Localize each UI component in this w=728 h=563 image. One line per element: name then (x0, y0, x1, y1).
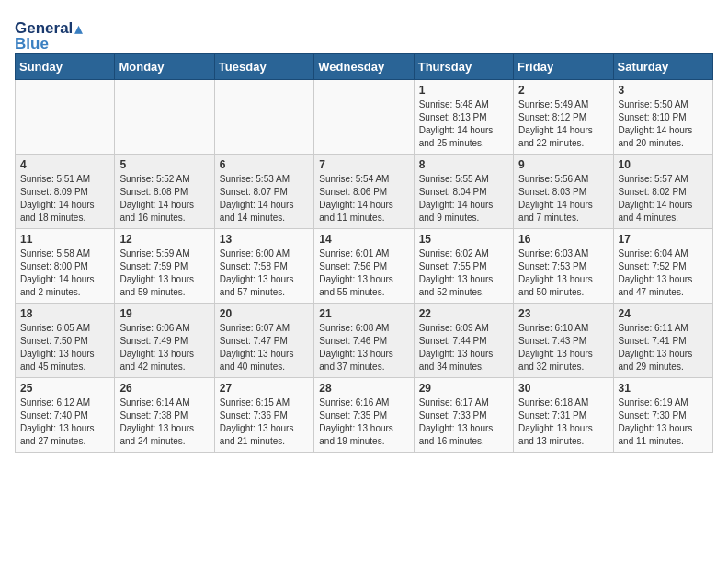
day-number: 14 (319, 233, 408, 246)
day-number: 10 (619, 158, 708, 171)
day-info: Sunrise: 6:18 AM Sunset: 7:31 PM Dayligh… (518, 396, 608, 448)
day-info: Sunrise: 6:03 AM Sunset: 7:53 PM Dayligh… (518, 247, 608, 299)
calendar-cell-1-3 (214, 80, 313, 155)
day-info: Sunrise: 5:57 AM Sunset: 8:02 PM Dayligh… (619, 173, 708, 224)
weekday-header-tuesday: Tuesday (214, 54, 313, 80)
day-number: 8 (419, 158, 508, 171)
weekday-header-wednesday: Wednesday (314, 54, 414, 80)
day-info: Sunrise: 6:11 AM Sunset: 7:41 PM Dayligh… (619, 322, 708, 373)
calendar-cell-4-5: 22Sunrise: 6:09 AM Sunset: 7:44 PM Dayli… (414, 304, 513, 378)
calendar-cell-5-3: 27Sunrise: 6:15 AM Sunset: 7:36 PM Dayli… (214, 378, 313, 453)
calendar-cell-3-6: 16Sunrise: 6:03 AM Sunset: 7:53 PM Dayli… (514, 229, 613, 304)
day-info: Sunrise: 5:56 AM Sunset: 8:03 PM Dayligh… (518, 173, 608, 224)
calendar-cell-3-1: 11Sunrise: 5:58 AM Sunset: 8:00 PM Dayli… (16, 229, 115, 304)
calendar-cell-4-1: 18Sunrise: 6:05 AM Sunset: 7:50 PM Dayli… (16, 304, 115, 378)
day-number: 18 (20, 307, 109, 320)
calendar-cell-2-4: 7Sunrise: 5:54 AM Sunset: 8:06 PM Daylig… (314, 155, 414, 229)
calendar-table: SundayMondayTuesdayWednesdayThursdayFrid… (15, 53, 713, 453)
day-info: Sunrise: 6:19 AM Sunset: 7:30 PM Dayligh… (619, 396, 708, 448)
week-row-4: 18Sunrise: 6:05 AM Sunset: 7:50 PM Dayli… (16, 304, 713, 378)
calendar-cell-5-7: 31Sunrise: 6:19 AM Sunset: 7:30 PM Dayli… (613, 378, 712, 453)
day-number: 17 (619, 233, 708, 246)
logo-bird-icon: ▴ (74, 18, 83, 39)
day-number: 9 (518, 158, 608, 171)
calendar-cell-5-1: 25Sunrise: 6:12 AM Sunset: 7:40 PM Dayli… (16, 378, 115, 453)
day-number: 1 (419, 84, 508, 97)
day-number: 23 (518, 307, 608, 320)
day-info: Sunrise: 6:05 AM Sunset: 7:50 PM Dayligh… (20, 322, 109, 373)
week-row-2: 4Sunrise: 5:51 AM Sunset: 8:09 PM Daylig… (16, 155, 713, 229)
calendar-cell-2-1: 4Sunrise: 5:51 AM Sunset: 8:09 PM Daylig… (16, 155, 115, 229)
calendar-cell-2-5: 8Sunrise: 5:55 AM Sunset: 8:04 PM Daylig… (414, 155, 513, 229)
day-number: 6 (220, 158, 309, 171)
day-number: 31 (619, 382, 708, 395)
day-number: 25 (20, 382, 109, 395)
day-number: 28 (319, 382, 408, 395)
calendar-cell-4-2: 19Sunrise: 6:06 AM Sunset: 7:49 PM Dayli… (115, 304, 214, 378)
calendar-cell-5-5: 29Sunrise: 6:17 AM Sunset: 7:33 PM Dayli… (414, 378, 513, 453)
day-number: 2 (518, 84, 608, 97)
day-info: Sunrise: 5:49 AM Sunset: 8:12 PM Dayligh… (518, 98, 608, 150)
calendar-cell-2-3: 6Sunrise: 5:53 AM Sunset: 8:07 PM Daylig… (214, 155, 313, 229)
day-info: Sunrise: 5:53 AM Sunset: 8:07 PM Dayligh… (220, 173, 309, 224)
calendar-cell-3-5: 15Sunrise: 6:02 AM Sunset: 7:55 PM Dayli… (414, 229, 513, 304)
day-info: Sunrise: 6:07 AM Sunset: 7:47 PM Dayligh… (220, 322, 309, 373)
calendar-cell-5-6: 30Sunrise: 6:18 AM Sunset: 7:31 PM Dayli… (514, 378, 613, 453)
day-number: 20 (220, 307, 309, 320)
day-info: Sunrise: 6:04 AM Sunset: 7:52 PM Dayligh… (619, 247, 708, 299)
day-info: Sunrise: 5:54 AM Sunset: 8:06 PM Dayligh… (319, 173, 408, 224)
day-number: 11 (20, 233, 109, 246)
week-row-1: 1Sunrise: 5:48 AM Sunset: 8:13 PM Daylig… (16, 80, 713, 155)
day-number: 19 (119, 307, 209, 320)
day-info: Sunrise: 5:59 AM Sunset: 7:59 PM Dayligh… (119, 247, 209, 299)
day-info: Sunrise: 5:48 AM Sunset: 8:13 PM Dayligh… (419, 98, 508, 150)
week-row-5: 25Sunrise: 6:12 AM Sunset: 7:40 PM Dayli… (16, 378, 713, 453)
day-info: Sunrise: 5:58 AM Sunset: 8:00 PM Dayligh… (20, 247, 109, 299)
day-info: Sunrise: 6:15 AM Sunset: 7:36 PM Dayligh… (220, 396, 309, 448)
day-info: Sunrise: 6:12 AM Sunset: 7:40 PM Dayligh… (20, 396, 109, 448)
weekday-header-row: SundayMondayTuesdayWednesdayThursdayFrid… (16, 54, 713, 80)
weekday-header-saturday: Saturday (613, 54, 712, 80)
calendar-cell-1-5: 1Sunrise: 5:48 AM Sunset: 8:13 PM Daylig… (414, 80, 513, 155)
calendar-cell-4-7: 24Sunrise: 6:11 AM Sunset: 7:41 PM Dayli… (613, 304, 712, 378)
calendar-cell-4-3: 20Sunrise: 6:07 AM Sunset: 7:47 PM Dayli… (214, 304, 313, 378)
day-number: 3 (619, 84, 708, 97)
day-info: Sunrise: 5:52 AM Sunset: 8:08 PM Dayligh… (119, 173, 209, 224)
weekday-header-friday: Friday (514, 54, 613, 80)
calendar-cell-4-4: 21Sunrise: 6:08 AM Sunset: 7:46 PM Dayli… (314, 304, 414, 378)
calendar-cell-1-2 (115, 80, 214, 155)
day-info: Sunrise: 6:00 AM Sunset: 7:58 PM Dayligh… (220, 247, 309, 299)
day-info: Sunrise: 6:16 AM Sunset: 7:35 PM Dayligh… (319, 396, 408, 448)
calendar-cell-2-7: 10Sunrise: 5:57 AM Sunset: 8:02 PM Dayli… (613, 155, 712, 229)
day-number: 22 (419, 307, 508, 320)
day-number: 29 (419, 382, 508, 395)
calendar-cell-5-2: 26Sunrise: 6:14 AM Sunset: 7:38 PM Dayli… (115, 378, 214, 453)
calendar-cell-3-7: 17Sunrise: 6:04 AM Sunset: 7:52 PM Dayli… (613, 229, 712, 304)
calendar-cell-1-7: 3Sunrise: 5:50 AM Sunset: 8:10 PM Daylig… (613, 80, 712, 155)
day-info: Sunrise: 6:17 AM Sunset: 7:33 PM Dayligh… (419, 396, 508, 448)
day-number: 4 (20, 158, 109, 171)
calendar-cell-3-4: 14Sunrise: 6:01 AM Sunset: 7:56 PM Dayli… (314, 229, 414, 304)
day-info: Sunrise: 6:08 AM Sunset: 7:46 PM Dayligh… (319, 322, 408, 373)
calendar-cell-1-1 (16, 80, 115, 155)
weekday-header-thursday: Thursday (414, 54, 513, 80)
day-number: 21 (319, 307, 408, 320)
day-info: Sunrise: 6:06 AM Sunset: 7:49 PM Dayligh… (119, 322, 209, 373)
weekday-header-sunday: Sunday (16, 54, 115, 80)
week-row-3: 11Sunrise: 5:58 AM Sunset: 8:00 PM Dayli… (16, 229, 713, 304)
calendar-cell-5-4: 28Sunrise: 6:16 AM Sunset: 7:35 PM Dayli… (314, 378, 414, 453)
logo-blue: Blue (15, 35, 49, 53)
calendar-cell-2-2: 5Sunrise: 5:52 AM Sunset: 8:08 PM Daylig… (115, 155, 214, 229)
day-info: Sunrise: 6:10 AM Sunset: 7:43 PM Dayligh… (518, 322, 608, 373)
day-number: 7 (319, 158, 408, 171)
calendar-cell-2-6: 9Sunrise: 5:56 AM Sunset: 8:03 PM Daylig… (514, 155, 613, 229)
day-number: 27 (220, 382, 309, 395)
day-number: 12 (119, 233, 209, 246)
day-info: Sunrise: 6:01 AM Sunset: 7:56 PM Dayligh… (319, 247, 408, 299)
day-number: 24 (619, 307, 708, 320)
day-info: Sunrise: 5:51 AM Sunset: 8:09 PM Dayligh… (20, 173, 109, 224)
day-info: Sunrise: 6:14 AM Sunset: 7:38 PM Dayligh… (119, 396, 209, 448)
day-info: Sunrise: 6:02 AM Sunset: 7:55 PM Dayligh… (419, 247, 508, 299)
day-info: Sunrise: 5:50 AM Sunset: 8:10 PM Dayligh… (619, 98, 708, 150)
day-number: 16 (518, 233, 608, 246)
